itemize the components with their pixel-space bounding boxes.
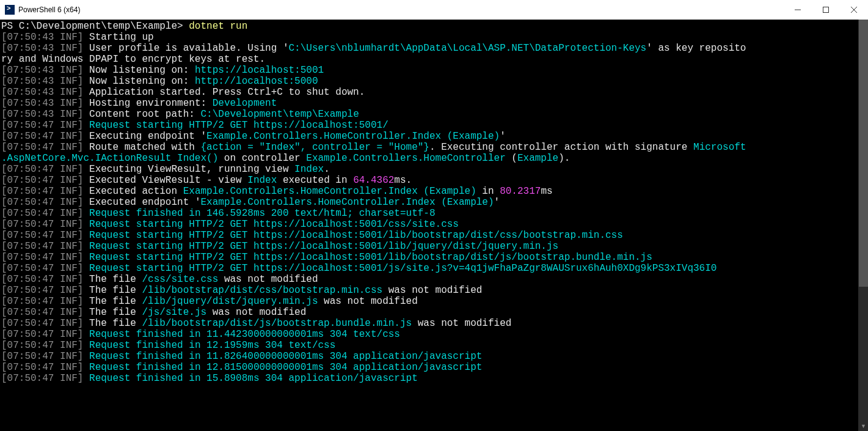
log-text: Request finished in 146.5928ms 200 text/… xyxy=(89,208,436,219)
log-bracket: [ xyxy=(1,208,7,219)
minimize-button[interactable] xyxy=(784,0,812,19)
log-level: INF xyxy=(60,197,78,208)
log-bracket: ] xyxy=(78,32,89,43)
log-text: ms. xyxy=(394,175,412,186)
terminal-line: [07:50:47 INF] The file /lib/jquery/dist… xyxy=(1,296,858,307)
log-bracket: [ xyxy=(1,318,7,329)
log-bracket: [ xyxy=(1,252,7,263)
log-bracket: [ xyxy=(1,296,7,307)
log-text: /lib/jquery/dist/jquery.min.js xyxy=(142,296,318,307)
log-timestamp: 07:50:43 xyxy=(7,32,54,43)
log-text: Request finished in 11.826400000000001ms… xyxy=(89,351,482,362)
terminal-line: [07:50:47 INF] The file /lib/bootstrap/d… xyxy=(1,318,858,329)
log-text: . Executing controller action with signa… xyxy=(429,142,693,153)
terminal-prompt-line: PS C:\Development\temp\Example> dotnet r… xyxy=(1,21,858,32)
log-text: ' xyxy=(494,197,500,208)
terminal-line: [07:50:43 INF] User profile is available… xyxy=(1,43,858,54)
window-titlebar[interactable]: PowerShell 6 (x64) xyxy=(0,0,868,20)
log-level: INF xyxy=(60,230,78,241)
log-text: User profile is available. Using ' xyxy=(89,43,288,54)
svg-rect-1 xyxy=(823,7,829,12)
log-bracket: ] xyxy=(78,208,89,219)
terminal-line: [07:50:47 INF] Route matched with {actio… xyxy=(1,142,858,153)
close-button[interactable] xyxy=(840,0,868,19)
log-level: INF xyxy=(60,263,78,274)
terminal-line: [07:50:47 INF] Executed action Example.C… xyxy=(1,186,858,197)
log-timestamp: 07:50:47 xyxy=(7,340,54,351)
terminal-line: [07:50:47 INF] Request finished in 146.5… xyxy=(1,208,858,219)
log-text: Application started. Press Ctrl+C to shu… xyxy=(89,87,365,98)
log-timestamp: 07:50:47 xyxy=(7,230,54,241)
log-level: INF xyxy=(60,32,78,43)
log-bracket: [ xyxy=(1,362,7,373)
log-bracket: ] xyxy=(78,98,89,109)
log-text: Request starting HTTP/2 GET https://loca… xyxy=(89,230,623,241)
log-bracket: ] xyxy=(78,197,89,208)
log-bracket: [ xyxy=(1,241,7,252)
log-text: Request finished in 15.8908ms 304 applic… xyxy=(89,373,418,384)
log-timestamp: 07:50:43 xyxy=(7,98,54,109)
maximize-button[interactable] xyxy=(812,0,840,19)
log-level: INF xyxy=(60,219,78,230)
log-level: INF xyxy=(60,340,78,351)
log-bracket: ] xyxy=(78,87,89,98)
log-text: Example xyxy=(517,153,558,164)
log-text: Route matched with xyxy=(89,142,200,153)
log-timestamp: 07:50:43 xyxy=(7,109,54,120)
log-text: /lib/bootstrap/dist/js/bootstrap.bundle.… xyxy=(142,318,412,329)
log-level: INF xyxy=(60,109,78,120)
log-text: Executed ViewResult - view xyxy=(89,175,247,186)
log-text: Now listening on: xyxy=(89,76,195,87)
log-bracket: ] xyxy=(78,230,89,241)
log-text: . xyxy=(324,164,330,175)
log-timestamp: 07:50:47 xyxy=(7,373,54,384)
prompt-arrow: > xyxy=(177,21,189,32)
scrollbar-thumb[interactable] xyxy=(859,20,868,287)
log-level: INF xyxy=(60,131,78,142)
log-text: The file xyxy=(89,285,142,296)
terminal-line: [07:50:47 INF] Request starting HTTP/2 G… xyxy=(1,241,858,252)
log-text: Executed endpoint ' xyxy=(89,197,200,208)
log-level: INF xyxy=(60,65,78,76)
terminal-line: [07:50:47 INF] Executed ViewResult - vie… xyxy=(1,175,858,186)
log-text: Request finished in 12.815000000000001ms… xyxy=(89,362,482,373)
log-text: Starting up xyxy=(89,32,154,43)
window-title: PowerShell 6 (x64) xyxy=(18,6,80,14)
log-bracket: [ xyxy=(1,230,7,241)
log-bracket: ] xyxy=(78,329,89,340)
log-timestamp: 07:50:47 xyxy=(7,296,54,307)
log-text: /js/site.js xyxy=(142,307,206,318)
log-bracket: ] xyxy=(78,120,89,131)
log-bracket: ] xyxy=(78,318,89,329)
log-bracket: [ xyxy=(1,351,7,362)
log-text: Example.Controllers.HomeController.Index… xyxy=(200,197,494,208)
log-text: The file xyxy=(89,307,142,318)
log-text: Hosting environment: xyxy=(89,98,213,109)
log-level: INF xyxy=(60,274,78,285)
log-bracket: ] xyxy=(78,307,89,318)
log-bracket: ] xyxy=(78,373,89,384)
log-text: ' as key reposito xyxy=(646,43,746,54)
terminal-line: [07:50:47 INF] The file /css/site.css wa… xyxy=(1,274,858,285)
log-timestamp: 07:50:47 xyxy=(7,241,54,252)
log-level: INF xyxy=(60,76,78,87)
log-text: C:\Users\nblumhardt\AppData\Local\ASP.NE… xyxy=(289,43,647,54)
log-text: 64.4362 xyxy=(353,175,394,186)
vertical-scrollbar[interactable]: ▲ ▼ xyxy=(858,20,868,431)
log-bracket: [ xyxy=(1,186,7,197)
log-level: INF xyxy=(60,329,78,340)
log-timestamp: 07:50:47 xyxy=(7,252,54,263)
log-bracket: ] xyxy=(78,186,89,197)
log-timestamp: 07:50:43 xyxy=(7,43,54,54)
log-timestamp: 07:50:47 xyxy=(7,164,54,175)
log-bracket: ] xyxy=(78,241,89,252)
log-bracket: ] xyxy=(78,142,89,153)
log-bracket: ] xyxy=(78,164,89,175)
log-timestamp: 07:50:47 xyxy=(7,362,54,373)
scroll-down-arrow[interactable]: ▼ xyxy=(858,421,868,431)
terminal-output[interactable]: PS C:\Development\temp\Example> dotnet r… xyxy=(0,20,858,431)
log-bracket: ] xyxy=(78,219,89,230)
log-timestamp: 07:50:47 xyxy=(7,307,54,318)
log-level: INF xyxy=(60,98,78,109)
terminal-line: [07:50:47 INF] Executing endpoint 'Examp… xyxy=(1,131,858,142)
